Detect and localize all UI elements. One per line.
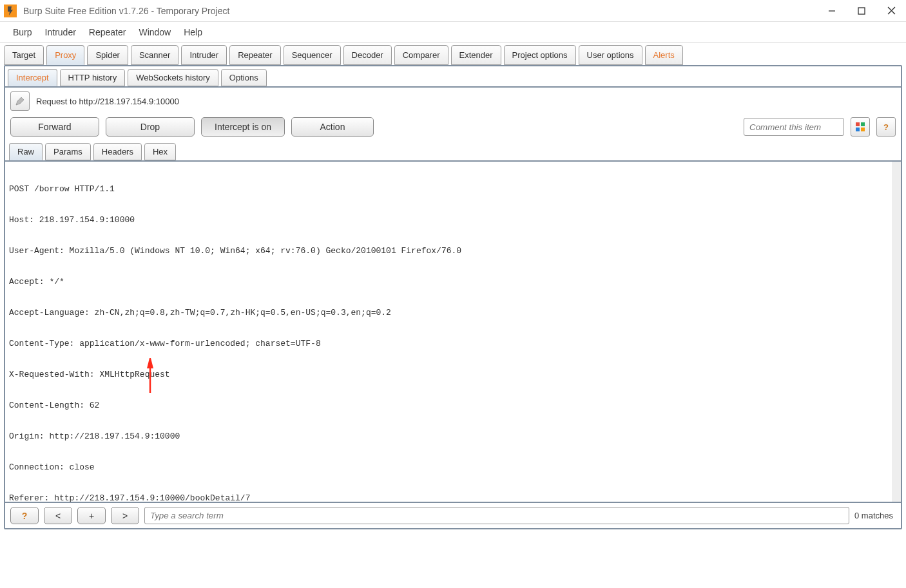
- svg-rect-2: [856, 122, 860, 126]
- tab-sequencer[interactable]: Sequencer: [284, 45, 341, 65]
- subtab-http-history[interactable]: HTTP history: [60, 69, 126, 86]
- tab-extender[interactable]: Extender: [451, 45, 501, 65]
- tab-target[interactable]: Target: [4, 45, 44, 65]
- raw-line: Content-Length: 62: [9, 400, 888, 412]
- match-count-label: 0 matches: [854, 511, 896, 520]
- raw-line: Connection: close: [9, 462, 888, 473]
- svg-rect-3: [861, 122, 865, 126]
- comment-input[interactable]: [744, 118, 844, 136]
- scroll-up-icon[interactable]: ▲: [896, 163, 900, 170]
- view-tab-params[interactable]: Params: [45, 143, 91, 160]
- drop-button[interactable]: Drop: [106, 117, 195, 137]
- burp-logo-icon: [4, 5, 17, 17]
- menu-intruder[interactable]: Intruder: [40, 24, 81, 40]
- svg-rect-5: [861, 128, 865, 131]
- tab-proxy[interactable]: Proxy: [46, 45, 84, 65]
- menu-repeater[interactable]: Repeater: [84, 24, 131, 40]
- forward-button[interactable]: Forward: [10, 117, 99, 137]
- tab-user-options[interactable]: User options: [579, 45, 642, 65]
- tab-alerts[interactable]: Alerts: [645, 45, 683, 65]
- window-title: Burp Suite Free Edition v1.7.26 - Tempor…: [23, 6, 229, 16]
- sub-tab-row: Intercept HTTP history WebSockets histor…: [5, 66, 901, 88]
- close-button[interactable]: [876, 0, 906, 22]
- request-target-label: Request to http://218.197.154.9:10000: [36, 97, 179, 106]
- raw-line: Host: 218.197.154.9:10000: [9, 214, 888, 226]
- menu-help[interactable]: Help: [178, 24, 207, 40]
- menu-window[interactable]: Window: [133, 24, 176, 40]
- tab-scanner[interactable]: Scanner: [131, 45, 178, 65]
- highlight-color-button[interactable]: [851, 117, 870, 137]
- view-tab-hex[interactable]: Hex: [144, 143, 176, 160]
- subtab-options[interactable]: Options: [221, 69, 267, 86]
- search-next-button[interactable]: >: [111, 507, 139, 524]
- message-view-tabs: Raw Params Headers Hex: [5, 143, 901, 162]
- view-tab-headers[interactable]: Headers: [93, 143, 142, 160]
- search-bar: ? < + > 0 matches: [5, 502, 901, 528]
- edit-request-icon[interactable]: [10, 91, 30, 111]
- action-button[interactable]: Action: [291, 117, 374, 137]
- subtab-intercept[interactable]: Intercept: [8, 69, 57, 86]
- tab-spider[interactable]: Spider: [87, 45, 128, 65]
- view-tab-raw[interactable]: Raw: [9, 143, 43, 160]
- raw-line: Accept: */*: [9, 276, 888, 288]
- titlebar: Burp Suite Free Edition v1.7.26 - Tempor…: [0, 0, 906, 22]
- help-button[interactable]: ?: [876, 117, 896, 137]
- menubar: Burp Intruder Repeater Window Help: [0, 22, 906, 43]
- raw-line: Content-Type: application/x-www-form-url…: [9, 338, 888, 350]
- search-prev-button[interactable]: <: [44, 507, 72, 524]
- tab-repeater[interactable]: Repeater: [229, 45, 280, 65]
- raw-line: Origin: http://218.197.154.9:10000: [9, 431, 888, 442]
- main-tab-row: Target Proxy Spider Scanner Intruder Rep…: [4, 45, 902, 65]
- maximize-button[interactable]: [847, 0, 876, 22]
- minimize-button[interactable]: [817, 0, 847, 22]
- svg-rect-1: [858, 8, 865, 14]
- svg-rect-4: [856, 128, 860, 131]
- raw-line: X-Requested-With: XMLHttpRequest: [9, 369, 888, 381]
- intercept-toggle-button[interactable]: Intercept is on: [201, 117, 285, 137]
- search-input[interactable]: [144, 507, 849, 524]
- raw-request-editor[interactable]: POST /borrow HTTP/1.1 Host: 218.197.154.…: [5, 162, 901, 502]
- search-add-button[interactable]: +: [77, 507, 106, 524]
- scroll-down-icon[interactable]: ▼: [896, 493, 900, 500]
- tab-comparer[interactable]: Comparer: [394, 45, 448, 65]
- raw-line: Accept-Language: zh-CN,zh;q=0.8,zh-TW;q=…: [9, 307, 888, 319]
- tab-project-options[interactable]: Project options: [504, 45, 576, 65]
- subtab-websockets-history[interactable]: WebSockets history: [128, 69, 218, 86]
- tab-decoder[interactable]: Decoder: [343, 45, 392, 65]
- tab-intruder[interactable]: Intruder: [181, 45, 227, 65]
- raw-line: POST /borrow HTTP/1.1: [9, 184, 888, 195]
- raw-line: Referer: http://218.197.154.9:10000/book…: [9, 493, 888, 502]
- search-help-button[interactable]: ?: [10, 507, 39, 524]
- menu-burp[interactable]: Burp: [8, 24, 37, 40]
- raw-line: User-Agent: Mozilla/5.0 (Windows NT 10.0…: [9, 245, 888, 257]
